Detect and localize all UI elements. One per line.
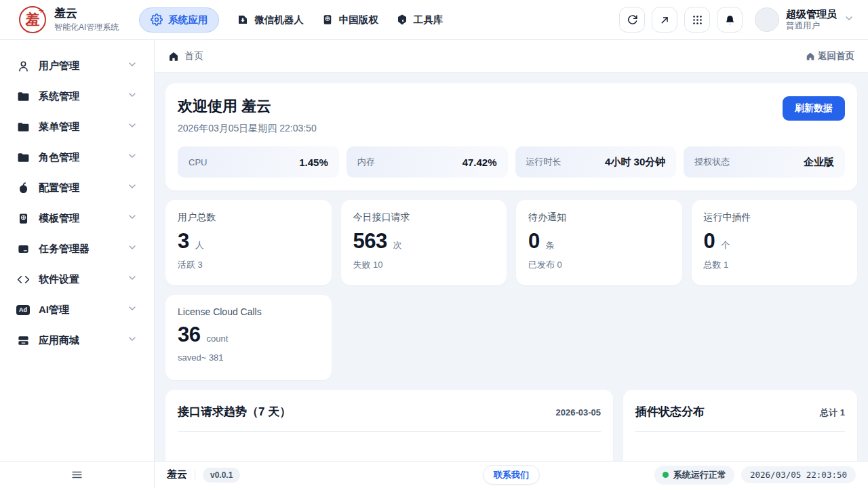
nav-item-wechat-robot[interactable]: 微信机器人 [237,14,304,26]
home-icon [806,52,815,61]
toolbox-cube-icon [396,14,408,26]
refresh-data-button[interactable]: 刷新数据 [783,96,845,121]
sidebar-item-label: 任务管理器 [39,243,118,256]
folder-icon [16,150,30,164]
stat-unit: 人 [195,239,204,251]
fullscreen-icon [659,14,671,26]
user-role: 普通用户 [786,20,837,32]
stat-value: 36 [178,323,200,347]
app-title: 羞云 [54,7,119,20]
contact-us-link[interactable]: 联系我们 [483,465,540,485]
notifications-button[interactable] [717,7,743,33]
metric-value: 4小时 30分钟 [605,156,665,169]
avatar [755,7,779,32]
chevron-down-icon [127,242,138,256]
welcome-card: 欢迎使用 羞云 2026年03月05日星期四 22:03:50 刷新数据 CPU… [165,83,857,190]
brand-block: 羞云 智能化AI管理系统 [54,7,119,33]
metric-value: 47.42% [462,157,497,168]
breadcrumb-current: 首页 [184,50,203,62]
robot-tray-icon [237,14,249,26]
gear-icon [151,14,163,26]
metric-label: CPU [189,157,207,167]
main-area: 首页 返回首页 欢迎使用 羞云 2026年03月05日星期四 22:03:50 … [155,40,868,461]
stat-label: 待办通知 [528,211,670,224]
chevron-down-icon [127,211,138,225]
api-trend-panel: 接口请求趋势（7 天） 2026-03-05 [165,390,613,461]
apps-grid-button[interactable] [684,7,710,33]
fullscreen-button[interactable] [652,7,677,33]
metric-license-status: 授权状态 企业版 [684,146,845,178]
app-subtitle: 智能化AI管理系统 [54,22,119,33]
refresh-icon [627,14,638,26]
stat-label: 今日接口请求 [353,211,495,224]
sidebar-collapse-button[interactable] [71,468,83,481]
panel-date: 2026-03-05 [556,407,601,418]
chart-panels-row: 接口请求趋势（7 天） 2026-03-05 插件状态分布 总计 1 [165,390,857,461]
chevron-down-icon [844,13,854,26]
apps-grid-icon [692,14,703,26]
sidebar-item-template-mgmt[interactable]: 模板管理 [9,203,144,233]
nav-item-toolbox[interactable]: 工具库 [396,14,443,26]
stat-card-api-requests: 今日接口请求 563次 失败 10 [341,200,507,285]
back-home-link[interactable]: 返回首页 [806,50,854,62]
metric-value: 企业版 [804,156,834,169]
user-menu[interactable]: 超级管理员 普通用户 [755,7,854,32]
chevron-down-icon [127,181,138,195]
system-metrics-row: CPU 1.45% 内存 47.42% 运行时长 4小时 30分钟 授权状态 [178,146,845,178]
nav-label: 工具库 [414,14,443,26]
sidebar-item-user-mgmt[interactable]: 用户管理 [9,51,144,81]
metric-cpu: CPU 1.45% [178,146,339,178]
divider [195,470,195,481]
refresh-button[interactable] [619,7,645,33]
panel-total: 总计 1 [820,407,845,419]
folder-icon [16,89,30,103]
panel-title: 插件状态分布 [635,404,705,420]
welcome-text: 欢迎使用 羞云 2026年03月05日星期四 22:03:50 [178,96,317,135]
hamburger-icon [71,468,83,481]
sidebar-item-menu-mgmt[interactable]: 菜单管理 [9,112,144,142]
metric-value: 1.45% [299,157,328,168]
chevron-down-icon [127,333,138,347]
brand-logo: 羞 + [19,6,46,33]
stat-label: 运行中插件 [704,211,846,224]
content-scroll-area[interactable]: 欢迎使用 羞云 2026年03月05日星期四 22:03:50 刷新数据 CPU… [155,73,868,461]
user-info: 超级管理员 普通用户 [786,8,837,32]
middle-region: 用户管理 系统管理 菜单管理 角色管理 配置管理 [0,40,868,461]
nav-item-system-apps[interactable]: 系统应用 [139,7,219,33]
breadcrumb[interactable]: 首页 [168,50,203,62]
sidebar-item-role-mgmt[interactable]: 角色管理 [9,142,144,172]
home-icon [168,51,179,62]
stat-card-users: 用户总数 3人 活跃 3 [165,200,332,285]
stat-value: 563 [353,229,387,253]
sidebar-item-label: 应用商城 [39,334,118,347]
sidebar: 用户管理 系统管理 菜单管理 角色管理 配置管理 [0,40,155,461]
task-drawer-icon [16,242,30,256]
app-root: 羞 + 羞云 智能化AI管理系统 系统应用 微信机器人 中国版权 工具库 [0,0,868,488]
stat-cards-row-2: License Cloud Calls 36count saved~ 381 [165,295,857,380]
sidebar-item-task-manager[interactable]: 任务管理器 [9,234,144,264]
breadcrumb-bar: 首页 返回首页 [155,40,868,73]
stat-unit: 次 [393,239,402,251]
chevron-down-icon [127,303,138,317]
code-icon [16,272,30,286]
nav-label: 中国版权 [339,14,378,26]
footer-status-group: 系统运行正常 2026/03/05 22:03:50 [654,466,856,485]
sidebar-item-system-mgmt[interactable]: 系统管理 [9,81,144,111]
footer-bar: 羞云 v0.0.1 联系我们 系统运行正常 2026/03/05 22:03:5… [0,461,868,488]
back-home-label: 返回首页 [818,50,854,62]
sidebar-item-software-settings[interactable]: 软件设置 [9,264,144,294]
chevron-down-icon [127,272,138,286]
sidebar-item-app-store[interactable]: 应用商城 [9,325,144,355]
top-nav: 系统应用 微信机器人 中国版权 工具库 [139,7,443,33]
stat-value: 3 [178,229,189,253]
sidebar-item-ai-mgmt[interactable]: Ad AI管理 [9,295,144,325]
sidebar-item-label: 系统管理 [39,90,118,103]
stat-card-license-cloud-calls: License Cloud Calls 36count saved~ 381 [165,295,332,380]
sidebar-item-config-mgmt[interactable]: 配置管理 [9,173,144,203]
system-status-label: 系统运行正常 [673,469,726,481]
logo-seal-glyph: 羞 [26,10,40,29]
stat-unit: 条 [546,239,555,251]
stat-subtext: saved~ 381 [178,352,319,363]
stat-subtext: 失败 10 [353,259,495,271]
nav-item-china-copyright[interactable]: 中国版权 [321,14,378,26]
